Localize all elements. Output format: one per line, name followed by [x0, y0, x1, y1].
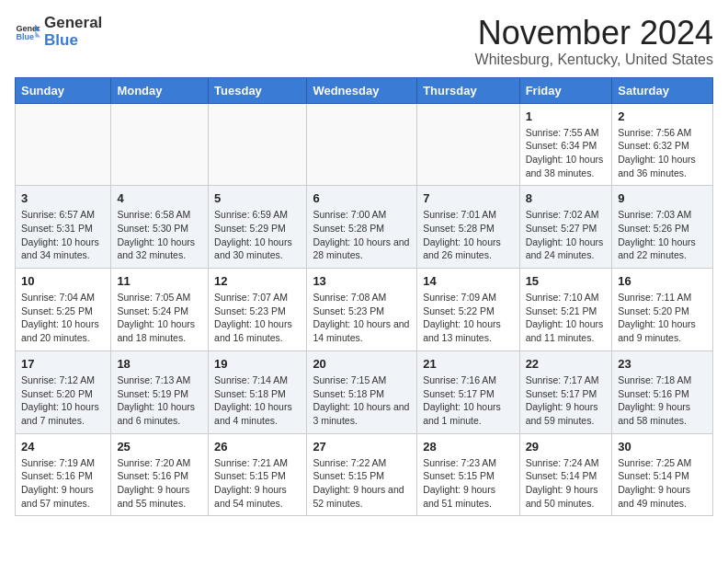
calendar-cell: 17Sunrise: 7:12 AM Sunset: 5:20 PM Dayli… [16, 350, 111, 433]
calendar-cell: 29Sunrise: 7:24 AM Sunset: 5:14 PM Dayli… [519, 433, 612, 516]
weekday-header-thursday: Thursday [417, 77, 519, 103]
day-info: Sunrise: 7:00 AM Sunset: 5:28 PM Dayligh… [313, 208, 411, 262]
calendar-cell: 30Sunrise: 7:25 AM Sunset: 5:14 PM Dayli… [612, 433, 713, 516]
day-info: Sunrise: 7:10 AM Sunset: 5:21 PM Dayligh… [526, 291, 607, 345]
day-number: 25 [117, 440, 202, 454]
day-number: 13 [313, 274, 411, 288]
calendar-cell: 1Sunrise: 7:55 AM Sunset: 6:34 PM Daylig… [519, 103, 612, 186]
calendar-week-row: 1Sunrise: 7:55 AM Sunset: 6:34 PM Daylig… [16, 103, 713, 186]
page-header: General Blue General Blue November 2024 … [15, 15, 713, 68]
day-number: 12 [214, 274, 301, 288]
calendar-cell: 26Sunrise: 7:21 AM Sunset: 5:15 PM Dayli… [209, 433, 307, 516]
day-number: 23 [618, 357, 707, 371]
day-info: Sunrise: 7:12 AM Sunset: 5:20 PM Dayligh… [21, 373, 105, 428]
calendar-cell: 14Sunrise: 7:09 AM Sunset: 5:22 PM Dayli… [417, 269, 519, 351]
calendar-cell [417, 103, 519, 186]
calendar-cell [209, 103, 307, 186]
day-number: 1 [526, 109, 607, 123]
day-info: Sunrise: 7:56 AM Sunset: 6:32 PM Dayligh… [618, 126, 707, 180]
day-info: Sunrise: 7:14 AM Sunset: 5:18 PM Dayligh… [214, 373, 301, 428]
calendar-cell: 21Sunrise: 7:16 AM Sunset: 5:17 PM Dayli… [417, 350, 519, 433]
day-info: Sunrise: 7:11 AM Sunset: 5:20 PM Dayligh… [618, 291, 707, 345]
day-info: Sunrise: 7:03 AM Sunset: 5:26 PM Dayligh… [618, 208, 707, 262]
day-info: Sunrise: 7:05 AM Sunset: 5:24 PM Dayligh… [117, 291, 202, 345]
calendar-cell [16, 103, 111, 186]
day-number: 28 [423, 440, 513, 454]
calendar-week-row: 3Sunrise: 6:57 AM Sunset: 5:31 PM Daylig… [16, 186, 713, 269]
day-info: Sunrise: 7:04 AM Sunset: 5:25 PM Dayligh… [21, 291, 105, 345]
logo-general-text: General [44, 15, 102, 32]
calendar-cell: 24Sunrise: 7:19 AM Sunset: 5:16 PM Dayli… [16, 433, 111, 516]
day-info: Sunrise: 7:22 AM Sunset: 5:15 PM Dayligh… [313, 456, 411, 511]
month-title: November 2024 [475, 15, 713, 52]
day-number: 19 [214, 357, 301, 371]
calendar-cell: 27Sunrise: 7:22 AM Sunset: 5:15 PM Dayli… [307, 433, 417, 516]
calendar-body: 1Sunrise: 7:55 AM Sunset: 6:34 PM Daylig… [16, 103, 713, 516]
weekday-header-friday: Friday [519, 77, 612, 103]
day-info: Sunrise: 6:59 AM Sunset: 5:29 PM Dayligh… [214, 208, 301, 262]
day-info: Sunrise: 6:57 AM Sunset: 5:31 PM Dayligh… [21, 208, 105, 262]
day-info: Sunrise: 7:21 AM Sunset: 5:15 PM Dayligh… [214, 456, 301, 511]
calendar-cell: 15Sunrise: 7:10 AM Sunset: 5:21 PM Dayli… [519, 269, 612, 351]
day-number: 2 [618, 109, 707, 123]
location-title: Whitesburg, Kentucky, United States [475, 52, 713, 68]
day-number: 27 [313, 440, 411, 454]
day-info: Sunrise: 7:19 AM Sunset: 5:16 PM Dayligh… [21, 456, 105, 511]
weekday-header-monday: Monday [111, 77, 209, 103]
day-info: Sunrise: 7:55 AM Sunset: 6:34 PM Dayligh… [526, 126, 607, 180]
day-info: Sunrise: 7:01 AM Sunset: 5:28 PM Dayligh… [423, 208, 513, 262]
svg-text:Blue: Blue [16, 32, 34, 41]
weekday-header-sunday: Sunday [16, 77, 111, 103]
day-number: 10 [21, 274, 105, 288]
day-number: 4 [117, 191, 202, 205]
calendar-cell: 7Sunrise: 7:01 AM Sunset: 5:28 PM Daylig… [417, 186, 519, 269]
calendar-cell [111, 103, 209, 186]
day-number: 7 [423, 191, 513, 205]
calendar-week-row: 24Sunrise: 7:19 AM Sunset: 5:16 PM Dayli… [16, 433, 713, 516]
calendar-cell: 12Sunrise: 7:07 AM Sunset: 5:23 PM Dayli… [209, 269, 307, 351]
day-number: 8 [526, 191, 607, 205]
day-info: Sunrise: 6:58 AM Sunset: 5:30 PM Dayligh… [117, 208, 202, 262]
logo-blue-text: Blue [44, 32, 102, 50]
calendar-cell: 23Sunrise: 7:18 AM Sunset: 5:16 PM Dayli… [612, 350, 713, 433]
calendar-cell: 3Sunrise: 6:57 AM Sunset: 5:31 PM Daylig… [16, 186, 111, 269]
calendar-cell: 4Sunrise: 6:58 AM Sunset: 5:30 PM Daylig… [111, 186, 209, 269]
day-info: Sunrise: 7:09 AM Sunset: 5:22 PM Dayligh… [423, 291, 513, 345]
calendar-cell: 16Sunrise: 7:11 AM Sunset: 5:20 PM Dayli… [612, 269, 713, 351]
logo: General Blue General Blue [15, 15, 102, 49]
day-info: Sunrise: 7:24 AM Sunset: 5:14 PM Dayligh… [526, 456, 607, 511]
day-number: 5 [214, 191, 301, 205]
calendar-cell: 13Sunrise: 7:08 AM Sunset: 5:23 PM Dayli… [307, 269, 417, 351]
day-number: 3 [21, 191, 105, 205]
day-number: 21 [423, 357, 513, 371]
calendar-cell: 22Sunrise: 7:17 AM Sunset: 5:17 PM Dayli… [519, 350, 612, 433]
day-info: Sunrise: 7:17 AM Sunset: 5:17 PM Dayligh… [526, 373, 607, 428]
day-info: Sunrise: 7:08 AM Sunset: 5:23 PM Dayligh… [313, 291, 411, 345]
day-info: Sunrise: 7:16 AM Sunset: 5:17 PM Dayligh… [423, 373, 513, 428]
weekday-header-wednesday: Wednesday [307, 77, 417, 103]
day-info: Sunrise: 7:20 AM Sunset: 5:16 PM Dayligh… [117, 456, 202, 511]
day-number: 24 [21, 440, 105, 454]
weekday-header-saturday: Saturday [612, 77, 713, 103]
weekday-header-tuesday: Tuesday [209, 77, 307, 103]
day-number: 22 [526, 357, 607, 371]
day-info: Sunrise: 7:15 AM Sunset: 5:18 PM Dayligh… [313, 373, 411, 428]
day-info: Sunrise: 7:25 AM Sunset: 5:14 PM Dayligh… [618, 456, 707, 511]
title-section: November 2024 Whitesburg, Kentucky, Unit… [475, 15, 713, 68]
day-number: 14 [423, 274, 513, 288]
day-number: 26 [214, 440, 301, 454]
calendar-header: SundayMondayTuesdayWednesdayThursdayFrid… [16, 77, 713, 103]
day-info: Sunrise: 7:07 AM Sunset: 5:23 PM Dayligh… [214, 291, 301, 345]
calendar-cell: 25Sunrise: 7:20 AM Sunset: 5:16 PM Dayli… [111, 433, 209, 516]
day-number: 16 [618, 274, 707, 288]
calendar-cell: 2Sunrise: 7:56 AM Sunset: 6:32 PM Daylig… [612, 103, 713, 186]
calendar-cell: 6Sunrise: 7:00 AM Sunset: 5:28 PM Daylig… [307, 186, 417, 269]
day-info: Sunrise: 7:18 AM Sunset: 5:16 PM Dayligh… [618, 373, 707, 428]
calendar-cell: 10Sunrise: 7:04 AM Sunset: 5:25 PM Dayli… [16, 269, 111, 351]
calendar-cell: 9Sunrise: 7:03 AM Sunset: 5:26 PM Daylig… [612, 186, 713, 269]
day-number: 20 [313, 357, 411, 371]
calendar-cell [307, 103, 417, 186]
day-number: 30 [618, 440, 707, 454]
day-number: 15 [526, 274, 607, 288]
calendar-table: SundayMondayTuesdayWednesdayThursdayFrid… [15, 77, 713, 517]
